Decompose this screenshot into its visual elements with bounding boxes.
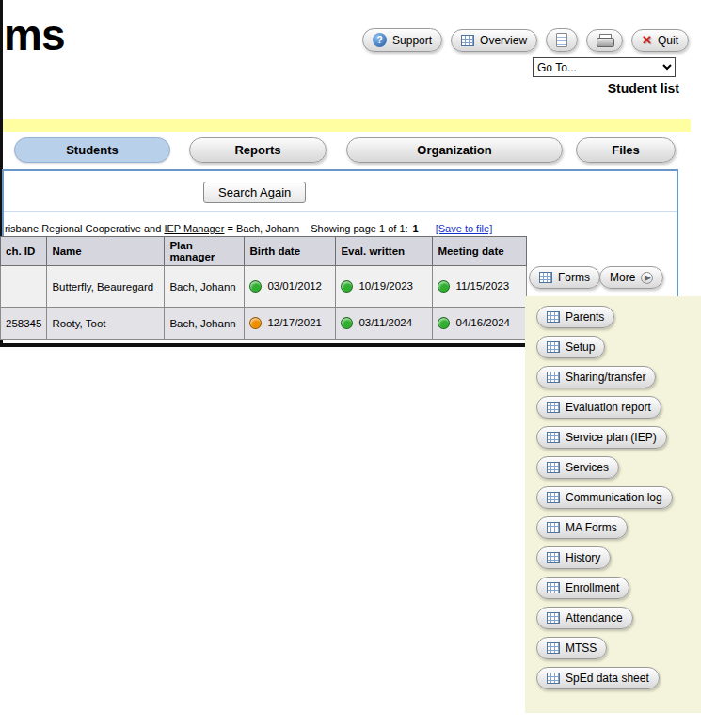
goto-dropdown[interactable]: Go To... <box>533 57 676 77</box>
status-dot <box>438 280 450 293</box>
document-icon <box>556 33 567 47</box>
iep-manager-link[interactable]: IEP Manager <box>164 223 224 234</box>
column-header-meeting-date: Meeting date <box>433 237 527 266</box>
menu-item-attendance[interactable]: Attendance <box>536 607 633 629</box>
cell-meeting-date: 04/16/2024 <box>433 308 527 340</box>
table-icon <box>461 35 474 46</box>
cell-id <box>1 266 47 308</box>
form-icon <box>547 642 560 654</box>
search-strip <box>4 171 677 212</box>
cell-birth-date: 12/17/2021 <box>245 308 336 340</box>
menu-item-label: Evaluation report <box>566 401 651 414</box>
menu-item-label: Sharing/transfer <box>566 371 645 384</box>
chevron-right-icon: ▶ <box>641 272 653 284</box>
page-title: Student list <box>608 81 679 96</box>
more-button[interactable]: More ▶ <box>599 266 663 289</box>
quit-x-icon: ✕ <box>642 34 652 46</box>
menu-item-label: Services <box>566 461 609 474</box>
cell-eval-written: 03/11/2024 <box>336 308 433 340</box>
menu-item-evaluation-report[interactable]: Evaluation report <box>536 396 661 419</box>
form-icon <box>547 673 560 684</box>
menu-item-enrollment[interactable]: Enrollment <box>536 577 629 599</box>
forms-button[interactable]: Forms <box>529 266 600 289</box>
page-number: 1 <box>413 223 419 234</box>
cell-eval-written: 10/19/2023 <box>336 266 433 308</box>
status-dot <box>249 280 262 293</box>
menu-item-sped-data-sheet[interactable]: SpEd data sheet <box>536 667 660 689</box>
menu-item-label: History <box>566 551 600 564</box>
table-row: 258345 Rooty, Toot Bach, Johann 12/17/20… <box>1 308 527 340</box>
menu-item-label: MTSS <box>566 641 597 655</box>
column-header-id: ch. ID <box>1 237 47 266</box>
highlight-bar <box>3 119 691 132</box>
quit-button-label: Quit <box>658 34 678 47</box>
meeting-date-text: 04/16/2024 <box>455 317 510 328</box>
forms-button-label: Forms <box>558 271 590 284</box>
tab-students[interactable]: Students <box>14 137 170 163</box>
menu-item-label: Setup <box>566 340 595 354</box>
form-icon <box>547 612 560 624</box>
column-header-name: Name <box>47 237 165 266</box>
column-header-birth-date: Birth date <box>245 237 336 266</box>
menu-item-label: Service plan (IEP) <box>566 431 657 444</box>
form-icon <box>547 372 560 383</box>
menu-item-sharing-transfer[interactable]: Sharing/transfer <box>536 366 656 388</box>
status-dot <box>341 280 353 293</box>
cell-birth-date: 03/01/2012 <box>245 266 336 308</box>
menu-item-label: SpEd data sheet <box>566 672 649 685</box>
menu-item-history[interactable]: History <box>536 546 611 569</box>
form-icon <box>547 311 560 323</box>
menu-item-label: Communication log <box>566 491 662 504</box>
table-row: Butterfly, Beauregard Bach, Johann 03/01… <box>1 266 527 308</box>
forms-menu: Parents Setup Sharing/transfer Evaluatio… <box>525 296 701 713</box>
print-button[interactable] <box>586 29 623 52</box>
table-header-row: ch. ID Name Plan manager Birth date Eval… <box>1 237 527 266</box>
menu-item-service-plan-iep[interactable]: Service plan (IEP) <box>536 426 667 449</box>
overview-button-label: Overview <box>480 34 527 47</box>
cell-id: 258345 <box>1 308 47 340</box>
form-icon <box>547 462 560 473</box>
menu-item-label: Attendance <box>566 611 623 625</box>
tab-files[interactable]: Files <box>576 137 676 163</box>
birth-date-text: 12/17/2021 <box>267 317 322 328</box>
support-button-label: Support <box>392 34 432 47</box>
menu-item-ma-forms[interactable]: MA Forms <box>536 516 628 539</box>
filter-summary: risbane Regional Cooperative and IEP Man… <box>5 223 492 234</box>
cell-name: Rooty, Toot <box>47 308 165 340</box>
menu-item-label: Parents <box>566 310 604 324</box>
menu-item-mtss[interactable]: MTSS <box>536 637 607 659</box>
menu-item-setup[interactable]: Setup <box>536 336 605 358</box>
menu-item-label: MA Forms <box>566 521 617 534</box>
form-icon <box>547 402 560 413</box>
printer-icon <box>597 34 613 47</box>
column-header-eval-written: Eval. written <box>336 237 433 266</box>
status-dot <box>249 317 262 329</box>
student-table: ch. ID Name Plan manager Birth date Eval… <box>0 236 527 340</box>
status-dot <box>438 317 450 329</box>
status-dot <box>341 317 353 329</box>
column-header-plan-manager: Plan manager <box>165 237 245 266</box>
cell-name: Butterfly, Beauregard <box>47 266 165 308</box>
save-to-file-link[interactable]: [Save to file] <box>436 223 493 234</box>
form-icon <box>547 522 560 533</box>
quit-button[interactable]: ✕ Quit <box>631 29 689 52</box>
document-button[interactable] <box>546 28 578 52</box>
form-icon <box>547 582 560 593</box>
form-icon <box>547 492 560 503</box>
cell-plan-manager: Bach, Johann <box>165 308 245 340</box>
eval-written-text: 10/19/2023 <box>358 280 413 292</box>
tab-reports[interactable]: Reports <box>189 137 327 163</box>
form-icon <box>547 552 560 563</box>
menu-item-communication-log[interactable]: Communication log <box>536 486 673 509</box>
overview-button[interactable]: Overview <box>451 29 537 52</box>
meeting-date-text: 11/15/2023 <box>455 280 509 292</box>
help-icon: ? <box>373 33 387 47</box>
filter-criteria: = Bach, Johann <box>224 223 299 234</box>
menu-item-label: Enrollment <box>566 581 619 594</box>
menu-item-services[interactable]: Services <box>536 456 619 479</box>
support-button[interactable]: ? Support <box>362 28 442 52</box>
search-again-button[interactable]: Search Again <box>203 182 306 203</box>
menu-item-parents[interactable]: Parents <box>536 306 614 328</box>
form-icon <box>547 432 560 443</box>
tab-organization[interactable]: Organization <box>346 137 563 163</box>
